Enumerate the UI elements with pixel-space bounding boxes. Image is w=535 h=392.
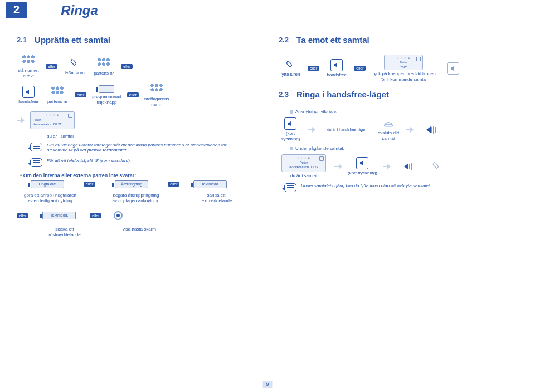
softkey-textmedd-2-label: Textmedd. [50, 213, 68, 218]
softkey-textmedd[interactable]: Textmedd. [193, 180, 227, 188]
tip-dial-out: Om du vill ringa utanför företaget slår … [47, 143, 231, 153]
section-2-3-number: 2.3 [279, 90, 289, 99]
section-2-1-number: 2.1 [17, 36, 27, 44]
display-call-status: Konversation 00:23 [33, 122, 72, 126]
arrow-icon [334, 164, 342, 169]
caption-dial-direct: slå numret direkt [18, 68, 38, 79]
tip-icon [284, 183, 296, 192]
or-badge: eller [84, 182, 95, 187]
softkey-textmedd-label: Textmedd. [201, 182, 219, 187]
arrow-icon [308, 127, 315, 133]
caption-programmed-line-key: programmerad linjeknapp [92, 94, 121, 105]
display-caller-name: Peter [284, 161, 323, 165]
caption-press-incoming-icon: tryck på knappen bredvid ikonen för inko… [371, 71, 435, 82]
handset-on-cradle-icon [382, 118, 395, 129]
handset-icon [284, 60, 297, 71]
svg-rect-0 [385, 125, 393, 126]
handset-icon [430, 161, 444, 172]
or-badge: eller [354, 66, 366, 71]
display-caller-name: Peter [33, 118, 72, 122]
softkey-hogtalare[interactable]: Högtalare [31, 180, 64, 188]
arrow-icon [383, 164, 391, 169]
caption-next-screen: visa nästa skärm [111, 227, 167, 232]
page-number: 9 [262, 381, 272, 388]
caption-partner-number: partens nr [47, 99, 67, 105]
or-badge: eller [308, 66, 319, 71]
incoming-key-icon [447, 62, 459, 75]
speaker-icon [284, 117, 296, 130]
or-badge: eller [46, 64, 57, 69]
display-call-status: Konversation 00:23 [284, 165, 323, 169]
caption-in-call: du är i samtal [47, 134, 256, 139]
keypad-icon [50, 86, 65, 98]
caption-partner-number: partens nr [94, 71, 114, 76]
no-answer-heading-text: Om den interna eller externa parten inte… [23, 173, 137, 178]
caption-recipient-name: mottagarens namn [144, 96, 169, 107]
handset-icon [68, 58, 81, 69]
arrow-icon [17, 117, 25, 123]
softkey-aterringning[interactable]: Återringning [115, 180, 148, 188]
or-badge: eller [168, 182, 179, 187]
section-2-2-number: 2.2 [279, 36, 289, 44]
section-2-2-title: Ta emot ett samtal [296, 35, 369, 45]
phone-display: ○ ○ ○ ■ Peter Konversation 00:23 [30, 111, 75, 129]
speaker-wave-icon [400, 160, 416, 173]
phone-display-incoming: ○ ○ ○ ■ Peter ringer [384, 55, 423, 70]
caption-end-call: avsluta ditt samtal [378, 130, 399, 141]
tip-operator: För att nå telefonist, slå '9' (som stan… [47, 158, 131, 163]
nav-ring-icon [111, 209, 126, 222]
tip-lift-handset-during-call: Under samtalets gång kan du lyfta luren … [301, 183, 431, 188]
keypad-icon [96, 57, 111, 70]
speaker-icon [22, 86, 35, 98]
caption-textmedd: sända ett textmeddelande [188, 193, 244, 203]
section-2-3-title: Ringa i handsfree-läget [296, 90, 389, 99]
tip-icon [30, 158, 42, 167]
keypad-icon [21, 55, 36, 67]
display-incoming-text: Peter ringer [387, 61, 420, 68]
caption-lift-handset: lyfta luren [65, 70, 85, 76]
or-badge: eller [127, 92, 139, 97]
line-key-icon [99, 85, 114, 93]
or-badge: eller [17, 213, 28, 218]
chapter-number: 2 [6, 2, 27, 18]
or-badge: eller [75, 92, 86, 97]
tip-icon [30, 143, 42, 151]
softkey-textmedd-2[interactable]: Textmedd. [42, 212, 76, 219]
or-badge: eller [90, 213, 101, 218]
caption-handsfree: handsfree [327, 72, 347, 78]
phone-display: ○ ○ ○ ■ Peter Konversation 00:23 [281, 154, 326, 172]
caption-handsfree: handsfree [18, 99, 38, 105]
chapter-title: Ringa [61, 3, 98, 18]
caption-in-call: du är i samtal [290, 173, 317, 179]
softkey-hogtalare-label: Högtalare [39, 182, 56, 187]
caption-lift-handset: lyfta luren [281, 72, 300, 77]
caption-short-press: (kort tryckning) [281, 131, 300, 141]
subhead-idle: Anknytning i viloläge: [295, 109, 337, 114]
no-answer-heading: • Om den interna eller externa parten in… [20, 173, 256, 178]
section-2-1-title: Upprätta ett samtal [35, 35, 110, 45]
softkey-aterringning-label: Återringning [121, 182, 142, 187]
speaker-wave-icon [422, 124, 439, 136]
subhead-during-call: Under pågående samtal: [295, 146, 344, 151]
arrow-icon [406, 127, 414, 133]
or-badge: eller [121, 64, 133, 69]
caption-hogtalare: göra ett anrop i högtalaren av en ledig … [17, 193, 84, 203]
caption-handsfree-mode: du är i handsfree-läge [327, 128, 365, 132]
caption-aterringning: begära återuppringning av upptagen ankny… [103, 193, 169, 203]
alpha-keypad-icon [149, 83, 164, 95]
caption-short-press-2: (kort tryckning) [348, 170, 377, 176]
speaker-icon [356, 157, 368, 169]
caption-voicemail: skicka ett röstmeddelande [37, 227, 93, 237]
speaker-icon [330, 59, 343, 71]
